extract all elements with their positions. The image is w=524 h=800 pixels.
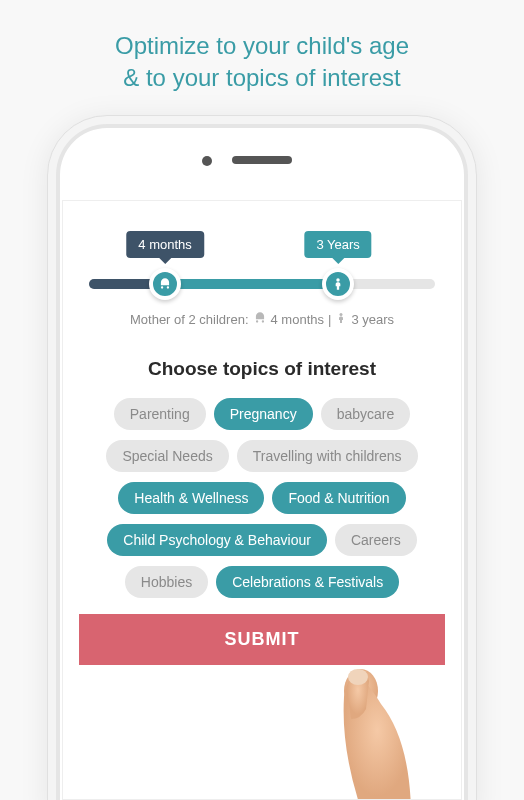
slider-tooltip-end: 3 Years: [304, 231, 371, 258]
topic-chip[interactable]: Pregnancy: [214, 398, 313, 430]
svg-point-1: [340, 313, 343, 316]
topic-chip[interactable]: Food & Nutrition: [272, 482, 405, 514]
topic-chip[interactable]: Parenting: [114, 398, 206, 430]
submit-button[interactable]: SUBMIT: [79, 614, 445, 665]
stroller-icon: [158, 277, 172, 291]
page-headline: Optimize to your child's age & to your t…: [0, 0, 524, 115]
phone-speaker-icon: [232, 156, 292, 164]
topic-chip[interactable]: Child Psychology & Behaviour: [107, 524, 327, 556]
headline-line1: Optimize to your child's age: [115, 32, 409, 59]
child-icon: [331, 277, 345, 291]
svg-point-2: [344, 669, 378, 713]
topic-chip[interactable]: Celebrations & Festivals: [216, 566, 399, 598]
svg-point-0: [336, 278, 340, 282]
headline-line2: & to your topics of interest: [123, 64, 400, 91]
summary-prefix: Mother of 2 children:: [130, 312, 249, 327]
topic-chip-container: ParentingPregnancybabycareSpecial NeedsT…: [79, 398, 445, 598]
slider-fill-range: [165, 279, 338, 289]
topic-chip[interactable]: Special Needs: [106, 440, 228, 472]
topic-chip[interactable]: Careers: [335, 524, 417, 556]
topics-heading: Choose topics of interest: [79, 358, 445, 380]
slider-handle-end[interactable]: [322, 268, 354, 300]
slider-track: [89, 279, 435, 289]
summary-child2: 3 years: [351, 312, 394, 327]
summary-divider: |: [328, 312, 331, 327]
topic-chip[interactable]: Hobbies: [125, 566, 208, 598]
children-summary: Mother of 2 children: 4 months | 3 years: [79, 311, 445, 328]
age-range-slider[interactable]: 4 months 3 Years: [89, 279, 435, 289]
topic-chip[interactable]: Health & Wellness: [118, 482, 264, 514]
phone-screen: 4 months 3 Years Mother of 2 children: 4…: [62, 200, 462, 800]
stroller-icon: [253, 311, 267, 328]
child-icon: [335, 311, 347, 328]
svg-point-3: [348, 669, 368, 685]
topic-chip[interactable]: Travelling with childrens: [237, 440, 418, 472]
phone-mockup: 4 months 3 Years Mother of 2 children: 4…: [47, 115, 477, 800]
topic-chip[interactable]: babycare: [321, 398, 411, 430]
summary-child1: 4 months: [271, 312, 324, 327]
slider-handle-start[interactable]: [149, 268, 181, 300]
phone-camera-icon: [202, 156, 212, 166]
pointer-hand-icon: [321, 669, 421, 800]
slider-tooltip-start: 4 months: [126, 231, 203, 258]
